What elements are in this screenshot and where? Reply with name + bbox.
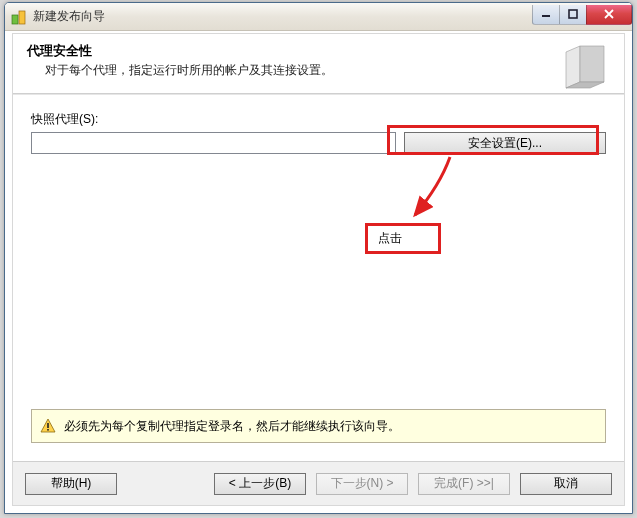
- annotation-hint: 点击: [365, 223, 441, 254]
- svg-rect-2: [542, 15, 550, 17]
- warning-panel: 必须先为每个复制代理指定登录名，然后才能继续执行该向导。: [31, 409, 606, 443]
- warning-icon: [40, 418, 56, 434]
- help-button[interactable]: 帮助(H): [25, 473, 117, 495]
- svg-rect-0: [12, 15, 18, 24]
- window-controls: [533, 5, 632, 25]
- next-button[interactable]: 下一步(N) >: [316, 473, 408, 495]
- cancel-button[interactable]: 取消: [520, 473, 612, 495]
- titlebar: 新建发布向导: [5, 3, 632, 31]
- finish-button[interactable]: 完成(F) >>|: [418, 473, 510, 495]
- header-graphic-icon: [560, 44, 610, 90]
- svg-marker-4: [566, 46, 580, 88]
- window-title: 新建发布向导: [33, 8, 533, 25]
- back-button[interactable]: < 上一步(B): [214, 473, 306, 495]
- svg-rect-3: [569, 10, 577, 18]
- svg-rect-1: [19, 11, 25, 24]
- app-icon: [11, 9, 27, 25]
- wizard-body: 快照代理(S): 安全设置(E)... 点击: [13, 94, 624, 461]
- annotation-arrow-icon: [405, 155, 465, 225]
- svg-rect-8: [47, 423, 49, 428]
- client-area: 代理安全性 对于每个代理，指定运行时所用的帐户及其连接设置。 快照代理(S): …: [12, 33, 625, 506]
- wizard-window: 新建发布向导 代理安全性 对于每个代理，指定运行时所用的帐户及其连接设置。: [4, 2, 633, 514]
- warning-text: 必须先为每个复制代理指定登录名，然后才能继续执行该向导。: [64, 418, 400, 435]
- minimize-button[interactable]: [532, 5, 560, 25]
- snapshot-agent-label: 快照代理(S):: [31, 111, 606, 128]
- svg-marker-5: [580, 46, 604, 82]
- wizard-footer: 帮助(H) < 上一步(B) 下一步(N) > 完成(F) >>| 取消: [13, 461, 624, 505]
- page-title: 代理安全性: [27, 42, 550, 60]
- maximize-button[interactable]: [559, 5, 587, 25]
- svg-rect-9: [47, 429, 49, 431]
- close-button[interactable]: [586, 5, 632, 25]
- page-subtitle: 对于每个代理，指定运行时所用的帐户及其连接设置。: [45, 62, 550, 79]
- wizard-header: 代理安全性 对于每个代理，指定运行时所用的帐户及其连接设置。: [13, 34, 624, 94]
- snapshot-agent-input[interactable]: [31, 132, 396, 154]
- security-settings-button[interactable]: 安全设置(E)...: [404, 132, 606, 154]
